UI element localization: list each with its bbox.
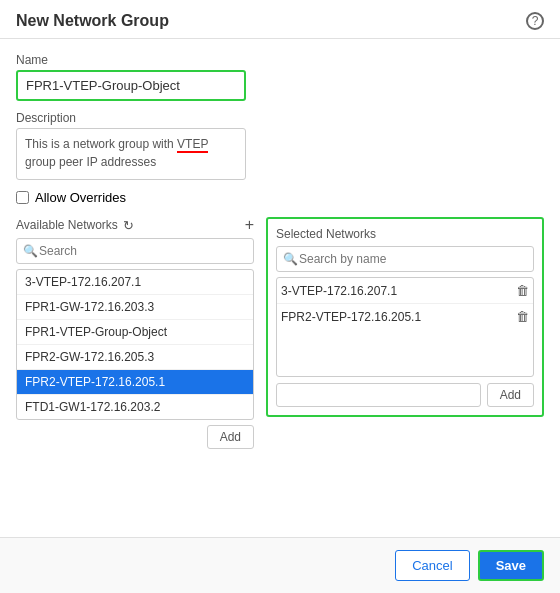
selected-new-input[interactable] <box>276 383 481 407</box>
list-item[interactable]: FPR2-GW-172.16.205.3 <box>17 345 253 370</box>
selected-item-name: FPR2-VTEP-172.16.205.1 <box>281 310 421 324</box>
available-networks-col: Available Networks ↻ + 🔍 3-VTEP-172.16.2… <box>16 217 254 449</box>
selected-networks-list: 3-VTEP-172.16.207.1 🗑 FPR2-VTEP-172.16.2… <box>276 277 534 377</box>
description-text: This is a network group with VTEP group … <box>16 128 246 180</box>
dialog-header: New Network Group ? <box>0 0 560 39</box>
delete-item-icon[interactable]: 🗑 <box>516 309 529 324</box>
selected-add-row: Add <box>276 383 534 407</box>
refresh-icon[interactable]: ↻ <box>123 218 134 233</box>
new-network-group-dialog: New Network Group ? Name Description Thi… <box>0 0 560 593</box>
networks-columns: Available Networks ↻ + 🔍 3-VTEP-172.16.2… <box>16 217 544 449</box>
available-search-input[interactable] <box>16 238 254 264</box>
add-network-plus-icon[interactable]: + <box>245 217 254 233</box>
name-input[interactable] <box>16 70 246 101</box>
list-item[interactable]: FTD1-GW1-172.16.203.2 <box>17 395 253 419</box>
name-field-group: Name <box>16 53 544 101</box>
selected-search-icon: 🔍 <box>283 252 298 266</box>
available-add-button[interactable]: Add <box>207 425 254 449</box>
help-icon[interactable]: ? <box>526 12 544 30</box>
available-networks-list: 3-VTEP-172.16.207.1 FPR1-GW-172.16.203.3… <box>16 269 254 420</box>
name-label: Name <box>16 53 544 67</box>
allow-overrides-row: Allow Overrides <box>16 190 544 205</box>
selected-add-button[interactable]: Add <box>487 383 534 407</box>
available-add-row: Add <box>16 425 254 449</box>
selected-item: 3-VTEP-172.16.207.1 🗑 <box>277 278 533 304</box>
selected-networks-col: Selected Networks 🔍 3-VTEP-172.16.207.1 … <box>266 217 544 417</box>
selected-search-input[interactable] <box>276 246 534 272</box>
dialog-body: Name Description This is a network group… <box>0 39 560 463</box>
delete-item-icon[interactable]: 🗑 <box>516 283 529 298</box>
allow-overrides-label: Allow Overrides <box>35 190 126 205</box>
list-item-selected[interactable]: FPR2-VTEP-172.16.205.1 <box>17 370 253 395</box>
list-item[interactable]: FPR1-VTEP-Group-Object <box>17 320 253 345</box>
available-networks-header: Available Networks ↻ + <box>16 217 254 233</box>
cancel-button[interactable]: Cancel <box>395 550 469 581</box>
selected-search-wrap: 🔍 <box>276 246 534 272</box>
selected-item-name: 3-VTEP-172.16.207.1 <box>281 284 397 298</box>
save-button[interactable]: Save <box>478 550 544 581</box>
selected-item: FPR2-VTEP-172.16.205.1 🗑 <box>277 304 533 329</box>
selected-networks-label: Selected Networks <box>276 227 534 241</box>
dialog-footer: Cancel Save <box>0 537 560 593</box>
list-item[interactable]: 3-VTEP-172.16.207.1 <box>17 270 253 295</box>
description-label: Description <box>16 111 544 125</box>
dialog-title: New Network Group <box>16 12 169 30</box>
available-networks-label: Available Networks ↻ <box>16 218 134 233</box>
available-search-icon: 🔍 <box>23 244 38 258</box>
allow-overrides-checkbox[interactable] <box>16 191 29 204</box>
list-item[interactable]: FPR1-GW-172.16.203.3 <box>17 295 253 320</box>
description-field-group: Description This is a network group with… <box>16 111 544 180</box>
vtep-underline: VTEP <box>177 137 208 153</box>
available-search-wrap: 🔍 <box>16 238 254 264</box>
